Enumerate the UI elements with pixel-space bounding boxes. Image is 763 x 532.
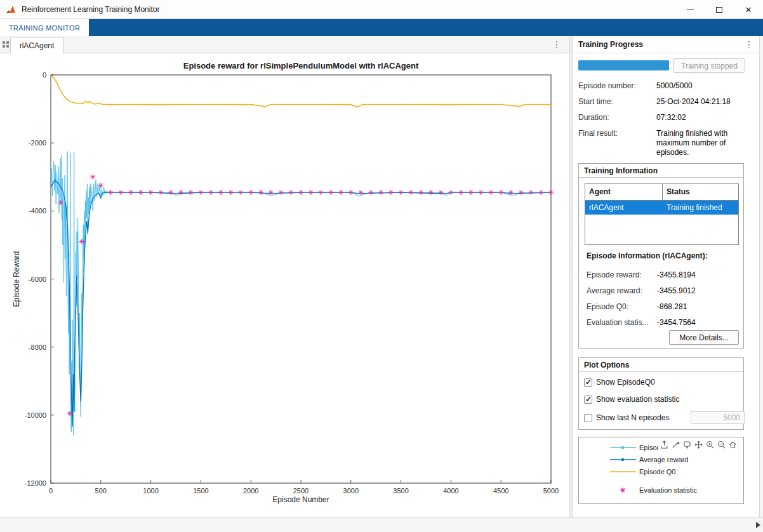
training-progress-panel: Training stopped Episode number: 5000/50… <box>573 53 759 517</box>
plot-options-section: Plot Options Show EpisodeQ0 Show evaluat… <box>578 357 744 430</box>
field-label: Episode number: <box>578 81 654 90</box>
x-tick-label: 3500 <box>393 487 408 495</box>
eval-star-marker <box>118 190 123 195</box>
export-icon[interactable] <box>660 440 669 449</box>
stat-label: Evaluation statis... <box>587 318 656 327</box>
checkbox-label: Show EpisodeQ0 <box>596 378 655 387</box>
y-tick-label: -2000 <box>29 139 46 147</box>
eval-star-marker <box>428 190 434 195</box>
x-tick-label: 3000 <box>343 487 359 495</box>
pan-icon[interactable] <box>694 440 703 449</box>
eval-star-marker <box>359 190 364 195</box>
eval-star-marker <box>278 190 283 195</box>
x-tick-label: 1500 <box>193 487 208 495</box>
maximize-icon <box>716 7 722 13</box>
window-title: Reinforcement Learning Training Monitor <box>22 5 159 14</box>
last-n-episodes-input[interactable] <box>691 411 745 424</box>
more-details-button[interactable]: More Details... <box>669 330 739 345</box>
status-column-header[interactable]: Status <box>663 184 738 200</box>
eval-star-marker <box>328 190 333 195</box>
field-label: Start time: <box>578 97 654 106</box>
eval-star-marker <box>67 411 72 416</box>
training-progress-title: Training Progress <box>578 40 643 49</box>
checkbox-icon[interactable] <box>584 378 592 387</box>
training-progress-header: Training Progress <box>573 36 759 53</box>
stat-value: -3454.7564 <box>657 318 740 327</box>
x-tick-label: 4500 <box>493 487 508 495</box>
datatip-icon[interactable] <box>682 440 692 449</box>
chart-title: Episode reward for rlSimplePendulumModel… <box>183 61 419 70</box>
field-label: Duration: <box>578 113 654 122</box>
tab-rlacagent[interactable]: rlACAgent <box>10 37 63 53</box>
eval-star-marker <box>498 190 503 195</box>
eval-star-marker <box>198 190 203 195</box>
toolstrip-tab-training-monitor[interactable]: TRAINING MONITOR <box>0 19 89 36</box>
episode-reward-chart[interactable]: 0500100015002000250030003500400045005000… <box>0 53 569 517</box>
window-controls <box>675 0 763 19</box>
minimize-button[interactable] <box>675 0 705 19</box>
agent-table[interactable]: Agent Status rlACAgent Training finished <box>585 183 739 245</box>
eval-star-marker <box>378 190 383 195</box>
y-tick-label: -10000 <box>25 411 46 419</box>
x-tick-label: 500 <box>95 487 107 495</box>
legend-label: Average reward <box>639 456 688 463</box>
eval-star-marker <box>158 190 163 195</box>
legend-entry-average-reward[interactable]: Average reward <box>579 455 743 465</box>
checkbox-icon[interactable] <box>584 414 592 422</box>
evaluation-star-sample <box>609 486 637 494</box>
training-stopped-button[interactable]: Training stopped <box>673 58 745 73</box>
checkbox-label: Show evaluation statistic <box>596 395 679 404</box>
eval-star-marker <box>309 190 314 195</box>
zoom-in-icon[interactable] <box>705 440 715 449</box>
close-button[interactable] <box>734 0 763 19</box>
stat-label: Episode reward: <box>587 270 656 279</box>
agent-column-header[interactable]: Agent <box>585 184 663 200</box>
x-axis-label: Episode Number <box>272 495 329 504</box>
x-tick-label: 2500 <box>293 487 309 495</box>
plot-panel: 0500100015002000250030003500400045005000… <box>0 53 569 517</box>
field-label: Final result: <box>578 129 654 138</box>
y-tick-label: -4000 <box>29 207 46 215</box>
panel-menu-icon[interactable] <box>744 39 754 50</box>
x-tick-label: 0 <box>49 487 53 495</box>
matlab-icon <box>5 4 17 15</box>
checkbox-show-evaluation-statistic[interactable]: Show evaluation statistic <box>579 395 745 405</box>
eval-star-marker <box>418 190 423 195</box>
training-information-title: Training Information <box>579 164 743 178</box>
stat-label: Average reward: <box>587 286 656 295</box>
y-tick-label: -12000 <box>25 479 46 487</box>
agent-table-row[interactable]: rlACAgent Training finished <box>585 201 738 215</box>
eval-star-marker <box>439 190 444 195</box>
eval-star-marker <box>508 190 514 195</box>
tab-overflow-icon[interactable] <box>552 39 562 50</box>
checkbox-icon[interactable] <box>584 396 592 404</box>
legend-entry-evaluation-statistic[interactable]: Evaluation statistic <box>579 485 743 495</box>
scroll-right-icon[interactable] <box>756 522 760 528</box>
chart-mount[interactable]: 0500100015002000250030003500400045005000… <box>0 53 569 517</box>
eval-star-marker <box>319 190 324 195</box>
eval-star-marker <box>238 190 243 195</box>
eval-star-marker <box>519 190 524 195</box>
episode-reward-line-sample <box>609 444 637 451</box>
maximize-button[interactable] <box>705 0 734 19</box>
zoom-out-icon[interactable] <box>717 440 726 449</box>
document-list-icon[interactable] <box>2 41 10 48</box>
document-tab-bar: rlACAgent <box>0 36 569 53</box>
field-value: Training finished with maximum number of… <box>656 129 753 157</box>
eval-star-marker <box>548 190 554 195</box>
home-icon[interactable] <box>728 440 738 449</box>
episode-q0-line-sample <box>609 468 637 475</box>
title-bar: Reinforcement Learning Training Monitor <box>0 0 763 19</box>
brush-icon[interactable] <box>671 440 680 449</box>
eval-star-marker <box>538 190 543 195</box>
checkbox-show-episodeq0[interactable]: Show EpisodeQ0 <box>579 378 745 388</box>
eval-star-marker <box>448 190 453 195</box>
eval-star-marker <box>488 190 493 195</box>
training-information-section: Training Information Agent Status rlACAg… <box>578 163 744 349</box>
legend-entry-episode-q0[interactable]: Episode Q0 <box>579 467 743 477</box>
app-window: Reinforcement Learning Training Monitor … <box>0 0 763 532</box>
stat-label: Episode Q0: <box>587 302 656 311</box>
status-bar <box>0 517 763 532</box>
x-tick-label: 5000 <box>543 487 559 495</box>
scrollbar-gutter[interactable] <box>759 36 763 517</box>
